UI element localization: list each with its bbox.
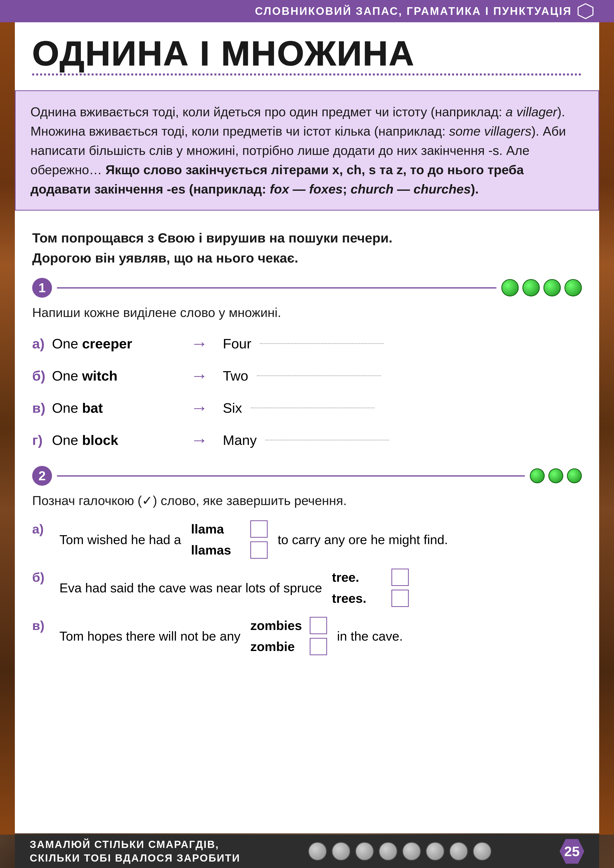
exercise1-item-b: б) One witch → Two [15,360,599,392]
ex2-c-checkbox-zombies[interactable] [310,617,327,634]
ex2-a-suffix: to carry any ore he might find. [278,532,448,547]
item-c-arrow: → [191,398,208,418]
exercise1-instruction: Напиши кожне виділене слово у множині. [15,298,599,327]
ex2-a-option-llamas: llamas [191,541,267,559]
item-a-letter: а) [32,336,52,352]
exercise1-line [57,287,496,288]
gem-1 [501,279,519,296]
footer-gems [308,842,491,860]
ex2-a-checkbox-llama[interactable] [250,520,267,538]
ex2-a-text: Tom wished he had a [59,532,181,547]
gem-2 [522,279,540,296]
ex2-c-label-zombies: zombies [250,618,305,633]
side-bg-left [0,21,15,835]
footer-line1: ЗАМАЛЮЙ СТІЛЬКИ СМАРАГДІВ, [30,838,240,851]
main-content: ОДНИНА І МНОЖИНА Однина вживається тоді,… [15,21,599,833]
item-c-letter: в) [32,400,52,416]
item-b-answer: Two [223,368,381,384]
item-d-dotted[interactable] [266,440,389,440]
item-a-text: One creeper [52,336,176,352]
ex2-c-option-zombie: zombie [250,638,327,655]
ex2-a-label-llama: llama [191,522,246,536]
bottom-footer: ЗАМАЛЮЙ СТІЛЬКИ СМАРАГДІВ, СКІЛЬКИ ТОБІ … [15,835,599,868]
item-d-letter: г) [32,432,52,448]
ex2-c-options: zombies zombie [250,617,327,655]
footer-gem-3 [355,842,374,860]
exercise1-header: 1 [15,278,599,298]
ex2-b-letter: б) [32,570,50,585]
item-b-arrow: → [191,366,208,386]
story-text: Том попрощався з Євою і вирушив на пошук… [15,218,599,278]
info-box: Однина вживається тоді, коли йдеться про… [15,90,599,211]
exercise1-item-c: в) One bat → Six [15,392,599,424]
ex2-b-checkbox-tree[interactable] [392,569,409,586]
ex2-a-option-llama: llama [191,520,267,538]
footer-gem-1 [308,842,327,860]
ex2-b-checkbox-trees[interactable] [392,590,409,607]
footer-gem-8 [473,842,491,860]
gem-e2-2 [549,468,563,483]
ex2-a-checkbox-llamas[interactable] [250,541,267,559]
item-a-answer: Four [223,336,384,352]
ex2-c-option-zombies: zombies [250,617,327,634]
footer-gem-7 [449,842,468,860]
gem-e2-1 [530,468,545,483]
exercise2-header: 2 [15,466,599,486]
item-c-dotted[interactable] [251,408,375,408]
exercise2-item-c: в) Tom hopes there will not be any zombi… [15,612,599,660]
footer-gem-2 [332,842,350,860]
page-title: ОДНИНА І МНОЖИНА [32,33,582,73]
ex2-a-content: Tom wished he had a llama llamas to carr… [59,520,582,559]
item-d-text: One block [52,432,176,448]
top-header: СЛОВНИКОВИЙ ЗАПАС, ГРАМАТИКА І ПУНКТУАЦІ… [0,0,614,22]
item-b-letter: б) [32,368,52,384]
ex2-b-content: Eva had said the cave was near lots of s… [59,569,582,607]
item-d-arrow: → [191,430,208,450]
item-b-text: One witch [52,368,176,384]
exercise2-item-b: б) Eva had said the cave was near lots o… [15,564,599,612]
ex2-c-text: Tom hopes there will not be any [59,629,240,643]
footer-line2: СКІЛЬКИ ТОБІ ВДАЛОСЯ ЗАРОБИТИ [30,851,240,865]
item-c-answer: Six [223,400,375,416]
side-bg-right [599,21,614,835]
exercise2-line [57,475,525,477]
exercise2-badge: 2 [32,466,52,486]
ex2-a-label-llamas: llamas [191,542,246,558]
ex2-a-options: llama llamas [191,520,267,559]
item-d-answer: Many [223,432,389,448]
footer-text: ЗАМАЛЮЙ СТІЛЬКИ СМАРАГДІВ, СКІЛЬКИ ТОБІ … [30,838,240,865]
item-a-dotted[interactable] [260,343,384,344]
item-b-dotted[interactable] [257,375,381,376]
ex2-c-content: Tom hopes there will not be any zombies … [59,617,582,655]
ex2-b-option-trees: trees. [332,590,409,607]
exercise1-gems [501,279,582,296]
exercise1-badge: 1 [32,278,52,298]
header-title: СЛОВНИКОВИЙ ЗАПАС, ГРАМАТИКА І ПУНКТУАЦІ… [255,5,572,17]
title-section: ОДНИНА І МНОЖИНА [15,21,599,90]
ex2-b-text: Eva had said the cave was near lots of s… [59,580,322,595]
story-line1: Том попрощався з Євою і вирушив на пошук… [32,228,582,248]
ex2-c-checkbox-zombie[interactable] [310,638,327,655]
footer-gem-6 [426,842,445,860]
gem-e2-3 [567,468,582,483]
page-number: 25 [560,839,584,864]
ex2-a-letter: а) [32,522,50,536]
footer-gem-5 [402,842,421,860]
ex2-b-label-tree: tree. [332,570,387,585]
ex2-b-options: tree. trees. [332,569,409,607]
title-divider [32,73,582,76]
item-c-text: One bat [52,400,176,416]
exercise2-instruction: Познач галочкою (✓) слово, яке завершить… [15,486,599,515]
footer-gem-4 [379,842,397,860]
exercise2-gems [530,468,582,483]
info-box-text: Однина вживається тоді, коли йдеться про… [30,102,584,199]
exercise2-item-a: а) Tom wished he had a llama llamas to c… [15,515,599,564]
ex2-c-letter: в) [32,618,50,633]
header-hexagon [577,3,594,20]
item-a-arrow: → [191,333,208,353]
gem-4 [564,279,582,296]
story-line2: Дорогою він уявляв, що на нього чекає. [32,248,582,268]
svg-marker-0 [578,4,593,19]
exercise1-item-a: а) One creeper → Four [15,327,599,360]
exercise1-item-d: г) One block → Many [15,424,599,456]
